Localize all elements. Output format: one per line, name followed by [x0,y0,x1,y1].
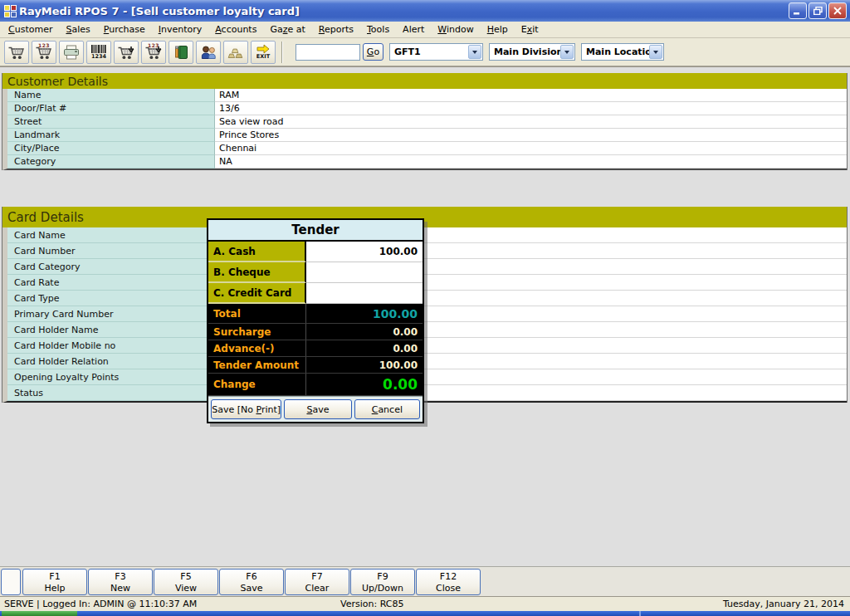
field-label-card-number: Card Number [7,243,215,259]
fkey-save-button[interactable]: F6Save [219,569,284,595]
card-row: Opening Loyalty Points [7,369,847,385]
tender-total-row-total: Total100.00 [208,304,423,324]
cheque-field[interactable] [306,262,423,283]
menu-tools[interactable]: Tools [360,22,396,37]
card-row: Card Number [7,243,847,259]
toolbar: 1231234123EXIT Go GFT1Main DivisionMain … [0,38,850,66]
printer-icon[interactable] [59,41,84,64]
tender-total-value-tender-amount: 100.00 [306,359,423,371]
tender-total-label: Change [208,374,306,395]
chevron-down-icon[interactable] [649,45,662,59]
fkey-label: View [154,583,217,594]
fkey-label: Help [23,583,86,594]
fkey-stub-button[interactable] [1,569,21,595]
tender-total-label: Advance(-) [208,340,306,356]
exit-icon[interactable]: EXIT [251,41,276,64]
location-select[interactable]: Main Location [581,43,664,61]
field-label-card-category: Card Category [7,259,215,275]
menu-exit[interactable]: Exit [515,22,545,37]
tender-total-value-surcharge: 0.00 [306,326,423,338]
sales-bill-cart-icon[interactable]: 123 [32,41,56,64]
chevron-down-icon[interactable] [560,45,574,59]
restore-button[interactable] [808,2,827,19]
save-button[interactable]: Save [284,399,351,419]
field-value-city-place: Chennai [215,142,847,155]
sell-cart-icon[interactable] [4,41,29,64]
field-label-street: Street [7,115,215,129]
cancel-button[interactable]: Cancel [354,399,420,419]
fkey-view-button[interactable]: F5View [154,569,218,595]
tender-label-c-credit-card: C. Credit Card [208,283,306,304]
icon-caption: 1234 [91,54,106,60]
menu-sales[interactable]: Sales [59,22,96,37]
go-button[interactable]: Go [363,43,383,61]
fkey-label: Save [220,583,283,594]
tender-total-label: Tender Amount [208,357,306,373]
accounts-ledger-icon[interactable] [169,41,193,64]
fkey-new-button[interactable]: F3New [88,569,153,595]
fkey-close-button[interactable]: F12Close [416,569,481,595]
credit-card-field[interactable] [306,283,423,304]
field-label-name: Name [7,89,215,102]
field-value-street: Sea view road [215,115,847,129]
division-select-value: Main Division [494,46,563,57]
card-details-header: Card Details [2,207,847,227]
function-key-bar: F1HelpF3NewF5ViewF6SaveF7ClearF9Up/Down … [0,566,850,596]
cash-field[interactable]: 100.00 [306,242,423,262]
gold-stack-icon[interactable] [223,41,248,64]
status-logged-in: SERVE | Logged In: ADMIN @ 11:10:37 AM [4,599,197,609]
customer-row: City/PlaceChennai [7,142,847,155]
gft-select[interactable]: GFT1 [389,43,483,61]
tender-total-row-surcharge: Surcharge0.00 [208,324,423,340]
field-label-card-type: Card Type [7,291,215,306]
minimize-button[interactable] [789,2,807,19]
customers-icon[interactable] [196,41,221,64]
tender-label-b-cheque: B. Cheque [208,262,306,283]
card-row: Card Name [7,227,847,243]
quick-search-input[interactable] [296,44,360,61]
fkey-help-button[interactable]: F1Help [22,569,87,595]
barcode-icon[interactable]: 1234 [86,41,111,64]
menu-gaze-at[interactable]: Gaze at [263,22,311,37]
close-button[interactable] [828,2,847,19]
status-bar: SERVE | Logged In: ADMIN @ 11:10:37 AM V… [0,596,850,611]
fkey-clear-button[interactable]: F7Clear [285,569,349,595]
down-arrow-icon [127,42,135,57]
field-label-landmark: Landmark [7,129,215,142]
fkey-up-down-grad-button[interactable]: F9Up/Down Grad [350,569,415,595]
purchase-bill-cart-icon[interactable]: 123 [141,41,166,64]
chevron-down-icon[interactable] [468,45,481,59]
status-date: Tuesday, January 21, 2014 [723,599,844,609]
badge-123: 123 [38,42,50,48]
card-details-section: Card Details Card NameCard NumberCard Ca… [2,207,848,403]
title-bar: RayMedi RPOS 7 - [Sell customer loyalty … [0,0,850,22]
progress-strip [2,611,77,616]
menu-customer[interactable]: Customer [2,22,59,37]
menu-help[interactable]: Help [481,22,515,37]
gft-select-value: GFT1 [394,46,421,57]
customer-details-section: Customer Details NameRAMDoor/Flat #13/6S… [2,73,848,170]
card-row: Card Type [7,291,847,306]
purchase-cart-icon[interactable] [114,41,139,64]
customer-row: StreetSea view road [7,115,847,129]
tender-input-row: C. Credit Card [208,283,423,304]
menu-window[interactable]: Window [431,22,480,37]
customer-row: Door/Flat #13/6 [7,102,847,115]
card-row: Card Rate [7,275,847,291]
save-no-print-button[interactable]: Save [No Print] [211,399,281,419]
menu-reports[interactable]: Reports [312,22,360,37]
menu-alert[interactable]: Alert [396,22,431,37]
division-select[interactable]: Main Division [489,43,575,61]
card-row: Card Holder Name [7,322,847,338]
menu-inventory[interactable]: Inventory [152,22,209,37]
menu-purchase[interactable]: Purchase [97,22,152,37]
tender-total-row-tender-amount: Tender Amount100.00 [208,357,423,374]
customer-row: CategoryNA [7,155,847,169]
window-bottom-border [0,611,850,616]
fkey-label: Clear [286,583,349,594]
menu-accounts[interactable]: Accounts [208,22,263,37]
field-label-door-flat: Door/Flat # [7,102,215,115]
customer-row: NameRAM [7,89,847,102]
fkey-number: F5 [154,571,217,583]
field-label-card-holder-relation: Card Holder Relation [7,354,215,369]
